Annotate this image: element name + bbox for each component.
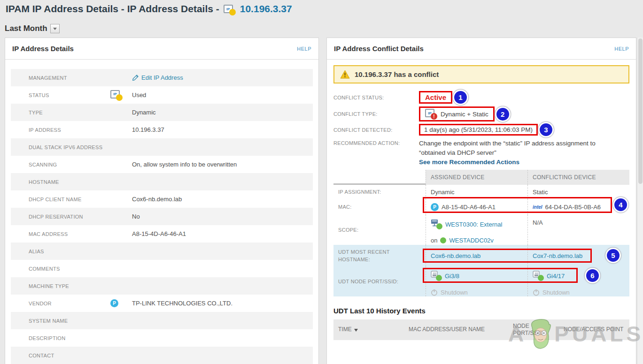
row-dual-stack-ipv6: DUAL STACK IPV6 ADDRESS [11,138,313,156]
ip-used-icon [224,5,236,15]
intel-logo-icon: intel [533,205,542,210]
history-col-mac-user: MAC ADDRESS/USER NAME [404,326,508,334]
edit-ip-address-link[interactable]: Edit IP Address [132,74,183,81]
vertical-scrollbar[interactable] [637,38,643,364]
history-col-node-port: NODE PORT/SSID [508,323,559,337]
recommended-action-line2: “obtained via DHCP server” [419,148,596,158]
tp-link-logo-icon: P [110,299,118,307]
udt-port-row: UDT NODE PORT/SSID: [333,266,629,296]
device-comparison-table: ASSIGNED DEVICE CONFLICTING DEVICE IP AS… [333,170,629,296]
annotation-badge-5: 5 [607,249,620,262]
annotation-box-3: 1 day(s) ago (5/31/2023, 11:06:03 PM) [419,124,538,136]
conflict-detected-value: 1 day(s) ago (5/31/2023, 11:06:03 PM) [424,126,533,133]
right-panel-title: IP Address Conflict Details [334,45,424,53]
ip-conflict-details-panel: IP Address Conflict Details HELP 10.196.… [326,38,636,364]
udt-hostname-row: UDT MOST RECENT HOSTNAME: Cox6-nb.demo.l… [333,245,629,266]
dhcp-server-link[interactable]: WESTADDC02v [449,237,493,244]
power-icon [533,289,540,296]
conflict-type-value: Dynamic + Static [441,111,488,118]
conflicting-shutdown-link[interactable]: Shutdown [542,289,570,296]
annotation-badge-6: 6 [586,269,599,282]
row-system-name: SYSTEM NAME [11,312,313,329]
scope-row: SCOPE: WEST0300: External [333,215,629,245]
row-management: MANAGEMENT Edit IP Address [11,69,313,86]
scrollbar-thumb[interactable] [638,38,643,184]
page-title-ip: 10.196.3.37 [240,3,292,15]
page-title: IPAM IP Address Details - IP Address Det… [6,3,292,15]
history-table-header: TIME MAC ADDRESS/USER NAME NODE PORT/SSI… [333,319,629,340]
ip-conflict-icon [425,109,437,119]
annotation-badge-3: 3 [540,123,552,136]
conflict-warning-banner: 10.196.3.37 has a conflict [333,65,629,83]
ip-assignment-row: IP ASSIGNMENT: Dynamic Static [333,185,629,199]
history-col-node-ap: NODE/ACCESS POINT [559,326,629,334]
history-col-time[interactable]: TIME [333,326,404,334]
pencil-icon [132,74,139,81]
annotation-badge-4: 4 [614,198,627,211]
conflicting-hostname-link[interactable]: Cox7-nb.demo.lab [533,252,582,259]
annotation-box-2: Dynamic + Static [419,106,495,121]
assigned-shutdown-link[interactable]: Shutdown [441,289,468,296]
sort-desc-icon [354,329,358,334]
up-status-dot [440,237,446,243]
right-help-link[interactable]: HELP [614,46,629,52]
ip-used-icon [110,90,123,100]
up-status-dot [538,275,544,281]
row-vendor: VENDOR P TP-LINK TECHNOLOGIES CO.,LTD. [11,295,313,312]
switch-port-icon [533,271,544,281]
row-alias: ALIAS [11,243,313,260]
row-machine-type: MACHINE TYPE [11,277,313,295]
conflicting-mac: 64-D4-DA-B5-0B-A6 [545,204,601,211]
left-help-link[interactable]: HELP [297,46,311,52]
warning-text: 10.196.3.37 has a conflict [355,70,439,78]
mac-row: MAC: P A8-15-4D-A6-46-A1 intel 64-D4-DA-… [333,199,629,215]
warning-triangle-icon [340,70,350,79]
row-hostname: HOSTNAME [11,173,313,190]
conflicting-device-header: CONFLICTING DEVICE [527,170,629,185]
assigned-device-header: ASSIGNED DEVICE [426,170,527,185]
conflicting-port-link[interactable]: Gi4/17 [547,273,565,280]
row-contact: CONTACT [11,347,313,364]
row-dhcp-client-name: DHCP CLIENT NAME Cox6-nb.demo.lab [11,190,313,208]
annotation-box-1: Active [419,91,452,104]
assigned-hostname-link[interactable]: Cox6-nb.demo.lab [431,252,480,259]
time-period-selector[interactable]: Last Month [5,24,60,33]
conflict-detected-row: CONFLICT DETECTED: 1 day(s) ago (5/31/20… [333,123,629,136]
conflict-type-row: CONFLICT TYPE: Dynamic + Static 2 [333,106,629,121]
ip-address-details-panel: IP Address Details HELP MANAGEMENT Edit … [5,38,319,364]
power-icon [431,289,438,296]
assigned-mac: A8-15-4D-A6-46-A1 [442,204,496,211]
conflict-status-value: Active [425,93,446,101]
conflict-status-row: CONFLICT STATUS: Active 1 [333,91,629,104]
up-status-dot [436,223,442,229]
annotation-badge-1: 1 [454,91,467,104]
recommended-action-line1: Change the endpoint with the “static” IP… [419,139,596,148]
row-status: STATUS Used [11,86,313,104]
assigned-port-link[interactable]: Gi3/8 [445,273,459,280]
detail-rows: MANAGEMENT Edit IP Address STATUS Used T… [11,69,313,364]
switch-port-icon [431,271,442,281]
scope-link[interactable]: WEST0300: External [445,221,502,228]
left-panel-title: IP Address Details [12,45,74,53]
row-mac-address: MAC ADDRESS A8-15-4D-A6-46-A1 [11,225,313,243]
dhcp-scope-icon [431,219,442,229]
history-section-title: UDT Last 10 History Events [333,307,629,315]
see-more-actions-link[interactable]: See more Recommended Actions [419,159,519,166]
row-ip-address: IP ADDRESS 10.196.3.37 [11,121,313,138]
recommended-action-row: RECOMMENDED ACTION: Change the endpoint … [333,139,629,166]
time-period-label: Last Month [5,24,47,33]
row-description: DESCRIPTION [11,329,313,347]
row-comments: COMMENTS [11,260,313,277]
chevron-down-icon[interactable] [50,24,60,33]
row-type: TYPE Dynamic [11,104,313,121]
row-scanning: SCANNING On, allow system info to be ove… [11,156,313,173]
row-dhcp-reservation: DHCP RESERVATION No [11,208,313,225]
page-title-text: IPAM IP Address Details - IP Address Det… [6,3,219,15]
annotation-badge-2: 2 [496,108,509,121]
up-status-dot [436,275,442,281]
tp-link-logo-icon: P [431,203,439,211]
